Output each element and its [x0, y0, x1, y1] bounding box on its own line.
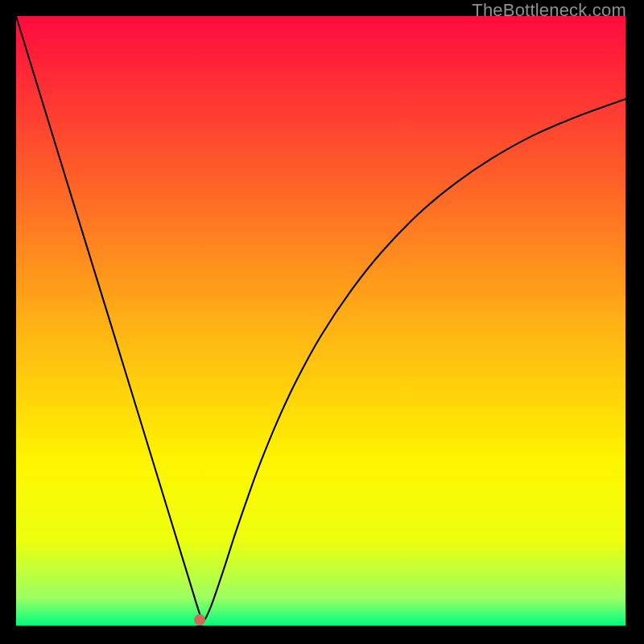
- bottleneck-curve: [16, 16, 625, 625]
- optimum-marker: [194, 614, 205, 625]
- plot-frame: [16, 16, 625, 625]
